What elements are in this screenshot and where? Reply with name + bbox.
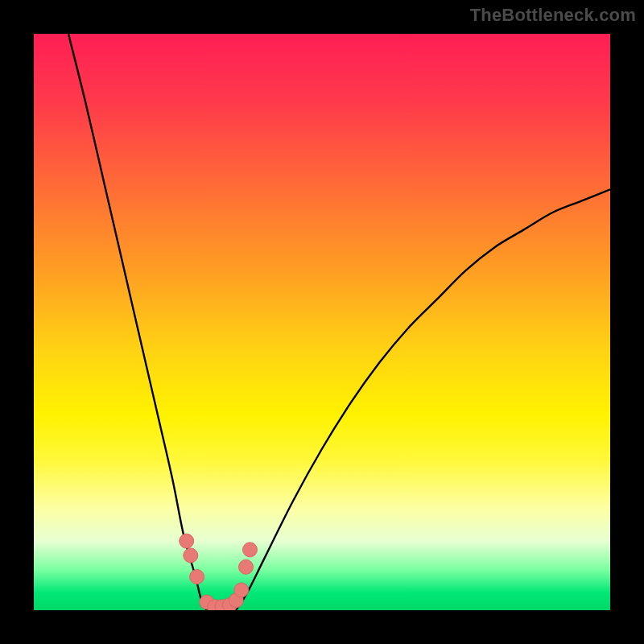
- data-marker: [180, 534, 194, 548]
- data-marker: [190, 570, 204, 584]
- curve-layer: [34, 34, 610, 610]
- bottleneck-curve: [68, 34, 610, 610]
- chart-frame: TheBottleneck.com: [0, 0, 644, 644]
- watermark-label: TheBottleneck.com: [470, 5, 636, 26]
- data-marker: [239, 559, 254, 574]
- data-marker: [243, 543, 258, 557]
- data-marker: [234, 583, 249, 597]
- data-marker: [184, 548, 198, 563]
- plot-area: [34, 34, 610, 610]
